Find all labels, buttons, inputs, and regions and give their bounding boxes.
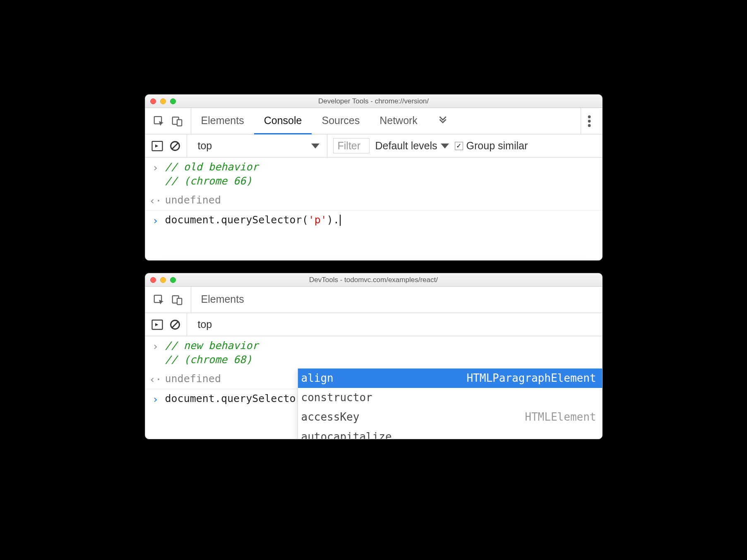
inspect-icon[interactable] <box>153 294 165 306</box>
svg-rect-10 <box>177 298 182 304</box>
console-input-row: › // old behavior // (chrome 66) <box>145 158 602 191</box>
autocomplete-item-label: align <box>301 371 334 385</box>
output-chevron-icon: ‹· <box>151 372 160 387</box>
console-comment: // old behavior <box>165 160 259 174</box>
devtools-tabs: Elements <box>145 287 602 313</box>
console-comment: // new behavior <box>165 339 259 353</box>
console-input[interactable]: document.querySelector('p'). <box>165 213 341 227</box>
window-controls <box>150 277 176 283</box>
group-similar-label: Group similar <box>466 140 528 152</box>
svg-point-5 <box>588 124 591 127</box>
svg-point-4 <box>588 120 591 122</box>
context-selector[interactable]: top <box>193 140 321 152</box>
tab-sources[interactable]: Sources <box>312 108 370 134</box>
console-result: undefined <box>165 193 221 207</box>
window-title: Developer Tools - chrome://version/ <box>318 97 429 105</box>
autocomplete-item-label: constructor <box>301 390 372 405</box>
console-comment: // (chrome 68) <box>165 353 259 367</box>
console-body: › // new behavior // (chrome 68) ‹· unde… <box>145 336 602 409</box>
device-toolbar-icon[interactable] <box>171 294 183 306</box>
device-toolbar-icon[interactable] <box>171 115 183 127</box>
prompt-chevron-icon: › <box>151 213 160 228</box>
group-similar-checkbox[interactable]: ✓ <box>455 142 463 150</box>
autocomplete-item-label: autocapitalize <box>301 430 392 439</box>
tab-label: Console <box>264 115 302 127</box>
autocomplete-item-type: HTMLElement <box>525 410 596 424</box>
more-icon[interactable] <box>581 108 598 134</box>
devtools-tabs: Elements Console Sources Network <box>145 108 602 134</box>
tab-label: Elements <box>201 293 244 305</box>
maximize-icon[interactable] <box>170 98 176 104</box>
filter-input[interactable]: Filter <box>333 138 370 153</box>
autocomplete-item-label: accessKey <box>301 410 360 424</box>
tab-elements[interactable]: Elements <box>191 287 254 313</box>
tab-network[interactable]: Network <box>370 108 428 134</box>
autocomplete-item[interactable]: accessKey HTMLElement <box>298 407 602 427</box>
tab-label: Sources <box>322 115 360 127</box>
autocomplete-item-type: HTMLParagraphElement <box>466 371 596 385</box>
devtools-window-new: DevTools - todomvc.com/examples/react/ E… <box>145 273 603 439</box>
window-title: DevTools - todomvc.com/examples/react/ <box>309 276 438 284</box>
console-result: undefined <box>165 372 221 386</box>
devtools-window-old: Developer Tools - chrome://version/ Elem… <box>145 94 603 261</box>
console-toolbar: top Filter Default levels ✓ Group simila… <box>145 134 602 158</box>
input-chevron-icon: › <box>151 160 160 175</box>
close-icon[interactable] <box>150 277 156 283</box>
console-toolbar: top <box>145 313 602 336</box>
minimize-icon[interactable] <box>160 98 166 104</box>
tab-elements[interactable]: Elements <box>191 108 254 134</box>
titlebar: DevTools - todomvc.com/examples/react/ <box>145 273 602 287</box>
autocomplete-item[interactable]: align HTMLParagraphElement <box>298 369 602 388</box>
svg-point-3 <box>588 115 591 118</box>
output-chevron-icon: ‹· <box>151 193 160 208</box>
minimize-icon[interactable] <box>160 277 166 283</box>
context-label: top <box>198 318 212 330</box>
titlebar: Developer Tools - chrome://version/ <box>145 95 602 108</box>
context-selector[interactable]: top <box>193 318 259 330</box>
console-body: › // old behavior // (chrome 66) ‹· unde… <box>145 158 602 230</box>
prompt-chevron-icon: › <box>151 392 160 407</box>
inspect-icon[interactable] <box>153 115 165 127</box>
console-prompt-row[interactable]: › document.querySelector('p'). <box>145 211 602 230</box>
clear-console-icon[interactable] <box>169 140 181 152</box>
chevron-down-icon <box>311 144 319 148</box>
window-controls <box>150 98 176 104</box>
console-sidebar-icon[interactable] <box>151 319 163 330</box>
console-result-row: ‹· undefined <box>145 191 602 211</box>
levels-label: Default levels <box>375 140 437 152</box>
tab-label: Network <box>380 115 418 127</box>
svg-rect-2 <box>177 120 182 126</box>
input-chevron-icon: › <box>151 339 160 354</box>
chevron-down-icon <box>441 144 449 148</box>
tabs-overflow-icon[interactable] <box>428 108 458 134</box>
tab-console[interactable]: Console <box>254 108 312 134</box>
autocomplete-item[interactable]: constructor <box>298 388 602 407</box>
console-sidebar-icon[interactable] <box>151 140 163 152</box>
autocomplete-popup[interactable]: align HTMLParagraphElement constructor a… <box>298 369 602 439</box>
console-input-row: › // new behavior // (chrome 68) <box>145 336 602 369</box>
context-label: top <box>198 140 212 152</box>
tab-label: Elements <box>201 115 244 127</box>
log-levels-select[interactable]: Default levels <box>375 140 449 152</box>
maximize-icon[interactable] <box>170 277 176 283</box>
autocomplete-item[interactable]: autocapitalize <box>298 427 602 439</box>
close-icon[interactable] <box>150 98 156 104</box>
text-cursor <box>340 215 341 226</box>
console-comment: // (chrome 66) <box>165 174 259 188</box>
console-prompt-row[interactable]: › document.querySelector('p').align alig… <box>145 389 602 409</box>
clear-console-icon[interactable] <box>169 319 181 330</box>
